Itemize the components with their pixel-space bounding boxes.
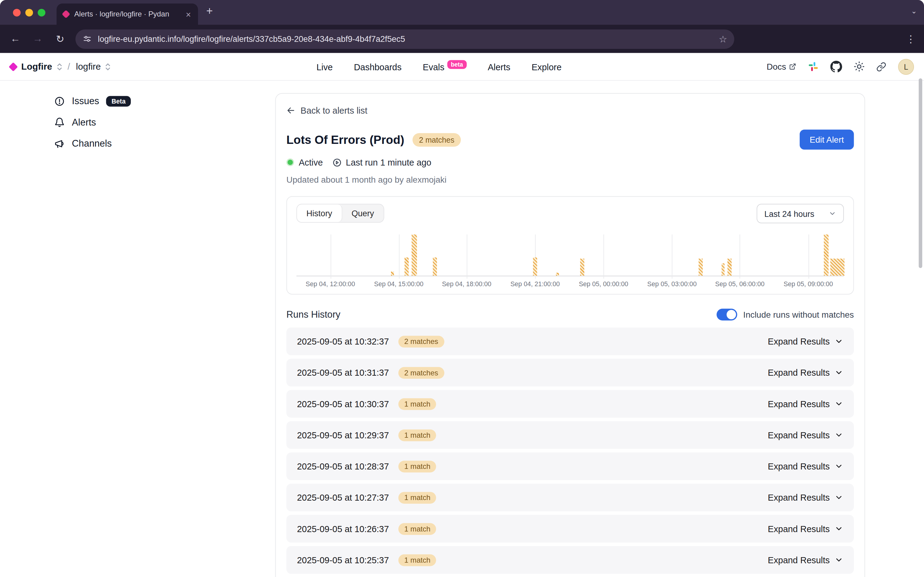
x-tick-label: Sep 04, 12:00:00 xyxy=(306,280,355,287)
tab-list-chevron-icon[interactable]: ⌄ xyxy=(911,7,917,15)
docs-link[interactable]: Docs xyxy=(767,62,796,71)
toggle-knob xyxy=(727,310,736,319)
tab-favicon xyxy=(62,10,70,18)
github-icon[interactable] xyxy=(830,61,842,73)
run-row: 2025-09-05 at 10:28:37 1 match Expand Re… xyxy=(286,452,854,480)
histogram-bar[interactable] xyxy=(391,272,394,276)
expand-results-button[interactable]: Expand Results xyxy=(768,524,843,534)
run-row: 2025-09-05 at 10:26:37 1 match Expand Re… xyxy=(286,515,854,543)
x-tick-label: Sep 05, 00:00:00 xyxy=(579,280,628,287)
share-link-icon[interactable] xyxy=(876,62,887,72)
close-window-button[interactable] xyxy=(13,9,21,16)
run-row: 2025-09-05 at 10:31:37 2 matches Expand … xyxy=(286,359,854,387)
histogram-bar[interactable] xyxy=(404,257,408,276)
page-scrollbar[interactable] xyxy=(919,79,922,268)
run-matches-badge: 1 match xyxy=(398,398,436,410)
run-matches-badge: 1 match xyxy=(398,523,436,535)
url-text[interactable]: logfire-eu.pydantic.info/logfire/logfire… xyxy=(98,34,713,44)
bookmark-star-icon[interactable]: ☆ xyxy=(719,33,727,45)
evals-beta-badge: beta xyxy=(447,60,467,69)
org-switcher-icon[interactable] xyxy=(57,63,61,70)
sidebar-item-issues[interactable]: Issues Beta xyxy=(54,96,177,106)
histogram-bar[interactable] xyxy=(830,258,844,276)
histogram-bar[interactable] xyxy=(698,258,703,276)
tab-query[interactable]: Query xyxy=(342,204,384,222)
browser-window: Alerts · logfire/logfire · Pydan × + ⌄ ←… xyxy=(0,0,924,577)
histogram-bar[interactable] xyxy=(411,235,417,276)
histogram-bar[interactable] xyxy=(824,235,829,276)
expand-results-button[interactable]: Expand Results xyxy=(768,555,843,565)
zoom-window-button[interactable] xyxy=(37,9,45,16)
histogram-bar[interactable] xyxy=(433,257,437,276)
expand-results-button[interactable]: Expand Results xyxy=(768,399,843,409)
user-avatar[interactable]: L xyxy=(898,59,914,74)
chart-gridline xyxy=(672,235,672,279)
expand-results-button[interactable]: Expand Results xyxy=(768,430,843,440)
chevron-down-icon xyxy=(834,431,843,440)
histogram-bar[interactable] xyxy=(533,257,537,276)
chevron-down-icon xyxy=(834,556,843,564)
nav-live[interactable]: Live xyxy=(316,62,333,72)
browser-tab[interactable]: Alerts · logfire/logfire · Pydan × xyxy=(56,4,198,25)
minimize-window-button[interactable] xyxy=(25,9,33,16)
include-runs-toggle[interactable] xyxy=(717,309,738,321)
run-matches-badge: 1 match xyxy=(398,554,436,566)
histogram-bar[interactable] xyxy=(727,258,732,276)
chart-gridline xyxy=(740,235,740,279)
back-button[interactable]: ← xyxy=(8,33,22,45)
chevron-down-icon xyxy=(834,524,843,533)
project-switcher-icon[interactable] xyxy=(105,63,110,70)
tab-title: Alerts · logfire/logfire · Pydan xyxy=(74,10,180,18)
site-settings-icon[interactable] xyxy=(82,34,92,44)
reload-button[interactable]: ↻ xyxy=(53,33,67,45)
project-name[interactable]: logfire xyxy=(76,61,100,72)
tab-close-icon[interactable]: × xyxy=(185,9,192,19)
active-status-icon xyxy=(286,158,294,166)
run-row: 2025-09-05 at 10:25:37 1 match Expand Re… xyxy=(286,546,854,574)
chart-xlabels: Sep 04, 12:00:00Sep 04, 15:00:00Sep 04, … xyxy=(297,280,844,288)
histogram-bar[interactable] xyxy=(721,263,724,276)
x-tick-label: Sep 05, 03:00:00 xyxy=(647,280,697,287)
back-to-alerts-link[interactable]: Back to alerts list xyxy=(286,105,854,116)
nav-explore[interactable]: Explore xyxy=(532,62,561,72)
run-timestamp: 2025-09-05 at 10:32:37 xyxy=(297,336,389,347)
nav-evals[interactable]: Evals beta xyxy=(423,62,467,72)
edit-alert-button[interactable]: Edit Alert xyxy=(800,129,854,150)
expand-results-button[interactable]: Expand Results xyxy=(768,492,843,503)
bell-icon xyxy=(54,117,65,128)
nav-dashboards[interactable]: Dashboards xyxy=(354,62,402,72)
histogram-bar[interactable] xyxy=(556,273,559,276)
history-chart-panel: History Query Last 24 hours Sep 04, 12:0… xyxy=(286,196,854,295)
org-name[interactable]: Logfire xyxy=(21,61,52,72)
browser-menu-icon[interactable]: ⋮ xyxy=(906,33,916,45)
run-matches-badge: 1 match xyxy=(398,429,436,441)
tab-history[interactable]: History xyxy=(297,204,342,222)
url-bar[interactable]: logfire-eu.pydantic.info/logfire/logfire… xyxy=(76,29,734,48)
slack-icon[interactable] xyxy=(808,61,819,72)
sidebar-item-alerts[interactable]: Alerts xyxy=(54,117,177,128)
run-timestamp: 2025-09-05 at 10:26:37 xyxy=(297,524,389,534)
run-row: 2025-09-05 at 10:27:37 1 match Expand Re… xyxy=(286,484,854,511)
histogram-bar[interactable] xyxy=(580,258,585,276)
chart-plot xyxy=(297,235,844,276)
time-range-select[interactable]: Last 24 hours xyxy=(756,204,843,223)
theme-toggle-sun-icon[interactable] xyxy=(854,61,865,72)
runs-history-heading: Runs History xyxy=(286,309,340,320)
expand-results-button[interactable]: Expand Results xyxy=(768,461,843,471)
status-text: Active xyxy=(299,157,323,168)
history-query-tabs: History Query xyxy=(297,204,384,223)
page-title: Lots Of Errors (Prod) xyxy=(286,133,404,146)
traffic-lights xyxy=(13,9,45,16)
new-tab-button[interactable]: + xyxy=(206,5,213,18)
run-matches-badge: 2 matches xyxy=(398,335,444,347)
nav-alerts[interactable]: Alerts xyxy=(488,62,510,72)
expand-results-button[interactable]: Expand Results xyxy=(768,367,843,377)
issues-icon xyxy=(54,96,65,106)
run-matches-badge: 1 match xyxy=(398,460,436,472)
chart-gridline xyxy=(399,235,399,279)
expand-results-button[interactable]: Expand Results xyxy=(768,336,843,347)
chevron-down-icon xyxy=(829,210,836,218)
run-timestamp: 2025-09-05 at 10:30:37 xyxy=(297,399,389,409)
run-row: 2025-09-05 at 10:32:37 2 matches Expand … xyxy=(286,327,854,355)
sidebar-item-channels[interactable]: Channels xyxy=(54,139,177,149)
